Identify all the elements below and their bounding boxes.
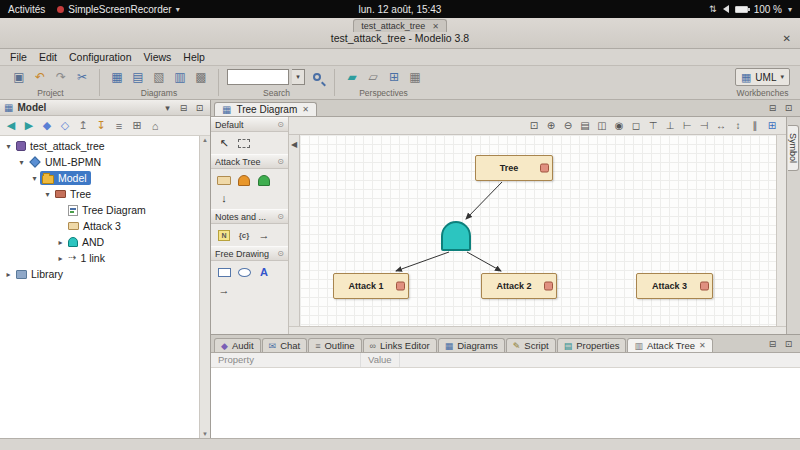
system-tray[interactable]: ⇅ 100 % ▾ — [709, 4, 792, 15]
expander-icon[interactable]: ▾ — [29, 174, 40, 183]
closed-folder-icon[interactable]: ▱ — [364, 68, 382, 86]
show-links-icon[interactable]: ◆ — [39, 118, 55, 134]
menu-help[interactable]: Help — [177, 50, 211, 64]
diagram-canvas[interactable]: TreeAttack 1Attack 2Attack 3 — [300, 135, 776, 326]
distribute-icon[interactable]: ∥ — [747, 118, 763, 133]
tab-audit[interactable]: ◆Audit — [214, 338, 261, 352]
align-bottom-icon[interactable]: ⊥ — [662, 118, 678, 133]
canvas-vscrollbar[interactable] — [776, 135, 786, 326]
window-tab[interactable]: test_attack_tree ✕ — [353, 19, 447, 32]
workbench-combo[interactable]: ▦ UML ▾ — [735, 68, 790, 86]
tree-item-tree-diagram[interactable]: Tree Diagram — [0, 202, 199, 218]
ellipse-tool[interactable] — [236, 265, 252, 279]
tab-links-editor[interactable]: ∞Links Editor — [363, 338, 437, 352]
window-close-button[interactable]: ✕ — [783, 33, 791, 44]
tree-item-1-link[interactable]: ▸⇢1 link — [0, 250, 199, 266]
close-icon[interactable]: ✕ — [302, 105, 309, 114]
minimize-view-icon[interactable]: ⊟ — [177, 101, 190, 114]
property-column-header[interactable]: Property — [211, 353, 361, 367]
tree-item-tree[interactable]: ▾Tree — [0, 186, 199, 202]
rectangle-tool[interactable] — [216, 265, 232, 279]
tree-item-model[interactable]: ▾Model — [0, 170, 199, 186]
expander-icon[interactable]: ▾ — [3, 142, 14, 151]
close-icon[interactable]: ✕ — [699, 341, 706, 350]
canvas-hscrollbar[interactable] — [289, 326, 786, 334]
save-icon[interactable]: ▣ — [10, 68, 28, 86]
tab-diagrams[interactable]: ▦Diagrams — [438, 338, 505, 352]
diagram-view-icon[interactable]: ▦ — [406, 68, 424, 86]
text-tool[interactable]: A — [256, 265, 272, 279]
tree-item-and[interactable]: ▸AND — [0, 234, 199, 250]
collapse-palette-icon[interactable]: ◀ — [289, 138, 299, 150]
diagram-wizard-icon[interactable]: ▦ — [108, 68, 126, 86]
constraint-tool[interactable]: {c} — [236, 228, 252, 242]
maximize-editor-icon[interactable]: ⊡ — [782, 101, 795, 114]
usecase-diagram-icon[interactable]: ▥ — [171, 68, 189, 86]
align-top-icon[interactable]: ⊤ — [645, 118, 661, 133]
bpmn-diagram-icon[interactable]: ▩ — [192, 68, 210, 86]
save-image-icon[interactable]: ◫ — [594, 118, 610, 133]
tab-outline[interactable]: ≡Outline — [308, 338, 361, 352]
hide-links-icon[interactable]: ◇ — [57, 118, 73, 134]
search-input[interactable] — [227, 69, 289, 85]
attack-tool[interactable] — [216, 173, 232, 187]
select-mode-icon[interactable]: ◻ — [628, 118, 644, 133]
palette-section-attack-tree[interactable]: Attack Tree⊙ — [211, 154, 288, 169]
palette-section-free-drawing[interactable]: Free Drawing⊙ — [211, 246, 288, 261]
expander-icon[interactable]: ▾ — [42, 190, 53, 199]
zoom-fit-icon[interactable]: ⊡ — [526, 118, 542, 133]
minimize-editor-icon[interactable]: ⊟ — [766, 101, 779, 114]
align-right-icon[interactable]: ⊣ — [696, 118, 712, 133]
tree-item-test-attack-tree[interactable]: ▾test_attack_tree — [0, 138, 199, 154]
zoom-in-icon[interactable]: ⊕ — [543, 118, 559, 133]
expander-icon[interactable]: ▸ — [3, 270, 14, 279]
redo-icon[interactable]: ↷ — [52, 68, 70, 86]
menu-configuration[interactable]: Configuration — [63, 50, 137, 64]
edge-connector[interactable] — [396, 252, 449, 271]
maximize-panel-icon[interactable]: ⊡ — [782, 337, 795, 350]
child-link-tool[interactable]: ↓ — [216, 191, 232, 205]
expander-icon[interactable]: ▸ — [55, 238, 66, 247]
cut-icon[interactable]: ✂ — [73, 68, 91, 86]
pin-icon[interactable]: ⊙ — [277, 120, 284, 129]
dependency-tool[interactable]: → — [256, 228, 272, 242]
value-column-header[interactable]: Value — [361, 353, 400, 367]
property-grid-body[interactable] — [211, 368, 800, 438]
select-tool[interactable]: ↖ — [216, 136, 232, 150]
close-icon[interactable]: ✕ — [432, 22, 439, 31]
activities-button[interactable]: Activités — [8, 4, 45, 15]
class-diagram-icon[interactable]: ▤ — [129, 68, 147, 86]
tree-item-library[interactable]: ▸Library — [0, 266, 199, 282]
expander-icon[interactable]: ▸ — [55, 254, 66, 263]
move-up-icon[interactable]: ↥ — [75, 118, 91, 134]
edge-connector[interactable] — [467, 252, 501, 271]
sort-view-icon[interactable]: ⊞ — [129, 118, 145, 134]
scroll-down-icon[interactable]: ▼ — [202, 431, 208, 437]
tab-script[interactable]: ✎Script — [506, 338, 556, 352]
align-left-icon[interactable]: ⊢ — [679, 118, 695, 133]
pin-icon[interactable]: ⊙ — [277, 157, 284, 166]
tab-tree-diagram[interactable]: ▦ Tree Diagram ✕ — [214, 102, 317, 116]
palette-section-notes-and[interactable]: Notes and ...⊙ — [211, 209, 288, 224]
undo-icon[interactable]: ↶ — [31, 68, 49, 86]
and-gate-tool[interactable] — [236, 173, 252, 187]
tree-item-uml-bpmn[interactable]: ▾UML-BPMN — [0, 154, 199, 170]
search-dropdown-button[interactable]: ▾ — [292, 69, 305, 85]
same-width-icon[interactable]: ↔ — [713, 118, 729, 133]
print-icon[interactable]: ▤ — [577, 118, 593, 133]
tab-symbol[interactable]: Symbol — [788, 125, 799, 171]
zoom-out-icon[interactable]: ⊖ — [560, 118, 576, 133]
menu-file[interactable]: File — [4, 50, 33, 64]
scroll-up-icon[interactable]: ▲ — [202, 137, 208, 143]
open-folder-icon[interactable]: ▰ — [343, 68, 361, 86]
forward-icon[interactable]: ▶ — [21, 118, 37, 134]
flat-view-icon[interactable]: ≡ — [111, 118, 127, 134]
tab-properties[interactable]: ▤Properties — [557, 338, 627, 352]
tree-item-attack-3[interactable]: Attack 3 — [0, 218, 199, 234]
expander-icon[interactable]: ▾ — [16, 158, 27, 167]
clock[interactable]: lun. 12 août, 15:43 — [359, 4, 442, 15]
move-down-icon[interactable]: ↧ — [93, 118, 109, 134]
layout-icon[interactable]: ⊞ — [385, 68, 403, 86]
tab-attack-tree[interactable]: ▥Attack Tree✕ — [627, 338, 712, 352]
package-diagram-icon[interactable]: ▧ — [150, 68, 168, 86]
